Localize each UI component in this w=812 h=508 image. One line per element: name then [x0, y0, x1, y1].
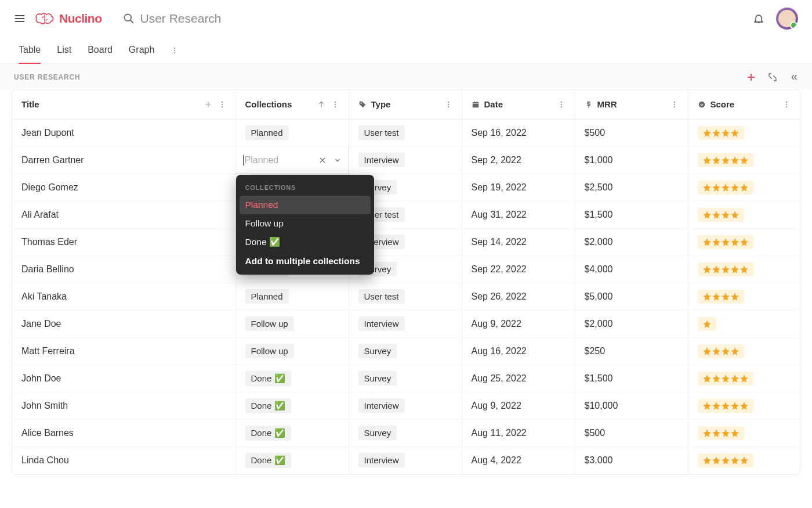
table-row[interactable]: Darren GartnerPlannedCOLLECTIONSPlannedF… — [12, 146, 800, 174]
table-row[interactable]: Matt FerreiraFollow upSurveyAug 16, 2022… — [12, 337, 800, 365]
table-row[interactable]: Linda ChouDone ✅InterviewAug 4, 2022$3,0… — [12, 446, 800, 474]
col-menu-icon[interactable] — [782, 100, 791, 109]
cell-title[interactable]: John Smith — [12, 392, 235, 419]
type-pill[interactable]: Interview — [358, 453, 405, 467]
bell-icon[interactable] — [753, 13, 764, 24]
chevron-down-icon[interactable] — [334, 156, 342, 164]
col-header-collections[interactable]: Collections — [235, 90, 349, 119]
col-menu-icon[interactable] — [444, 100, 452, 109]
col-menu-icon[interactable] — [218, 100, 226, 109]
type-pill[interactable]: Survey — [358, 371, 397, 385]
cell-title[interactable]: Darren Gartner — [12, 146, 235, 174]
cell-score[interactable] — [688, 392, 800, 419]
collapse-panel-icon[interactable] — [789, 73, 798, 82]
cell-type[interactable]: Interview — [349, 146, 462, 174]
cell-type[interactable]: Interview — [349, 310, 462, 337]
type-pill[interactable]: Interview — [358, 398, 405, 413]
cell-title[interactable]: Thomas Eder — [12, 228, 235, 255]
cell-date[interactable]: Aug 9, 2022 — [462, 310, 575, 337]
cell-title[interactable]: Diego Gomez — [12, 174, 235, 201]
cell-mrr[interactable]: $250 — [575, 337, 688, 365]
table-row[interactable]: John DoeDone ✅SurveyAug 25, 2022$1,500 — [12, 365, 800, 392]
logo[interactable]: Nuclino — [35, 12, 102, 26]
cell-type[interactable]: User test — [349, 283, 462, 310]
add-column-icon[interactable] — [204, 100, 212, 109]
cell-date[interactable]: Sep 2, 2022 — [462, 146, 575, 174]
cell-date[interactable]: Sep 16, 2022 — [462, 119, 575, 146]
cell-type[interactable]: Interview — [349, 446, 462, 474]
collection-pill[interactable]: Done ✅ — [245, 398, 291, 413]
cell-mrr[interactable]: $1,500 — [575, 201, 688, 228]
cell-title[interactable]: Linda Chou — [12, 446, 235, 474]
col-header-date[interactable]: Date — [462, 90, 575, 119]
cell-date[interactable]: Aug 4, 2022 — [462, 446, 575, 474]
cell-score[interactable] — [688, 119, 800, 146]
type-pill[interactable]: Survey — [358, 344, 397, 358]
cell-score[interactable] — [688, 446, 800, 474]
cell-collection[interactable]: Done ✅ — [235, 446, 349, 474]
cell-type[interactable]: Survey — [349, 419, 462, 446]
cell-collection[interactable]: Follow up — [235, 337, 349, 365]
cell-score[interactable] — [688, 255, 800, 283]
cell-score[interactable] — [688, 310, 800, 337]
cell-date[interactable]: Aug 31, 2022 — [462, 201, 575, 228]
cell-title[interactable]: John Doe — [12, 365, 235, 392]
collection-pill[interactable]: Done ✅ — [245, 453, 291, 468]
cell-mrr[interactable]: $2,000 — [575, 228, 688, 255]
cell-score[interactable] — [688, 228, 800, 255]
type-pill[interactable]: Survey — [358, 426, 397, 440]
table-row[interactable]: John SmithDone ✅InterviewAug 9, 2022$10,… — [12, 392, 800, 419]
collection-pill[interactable]: Planned — [245, 289, 289, 304]
editing-input[interactable]: Planned — [243, 155, 279, 165]
collection-pill[interactable]: Planned — [245, 125, 289, 140]
cell-score[interactable] — [688, 337, 800, 365]
cell-mrr[interactable]: $4,000 — [575, 255, 688, 283]
type-pill[interactable]: User test — [358, 125, 405, 140]
cell-date[interactable]: Sep 26, 2022 — [462, 283, 575, 310]
table-row[interactable]: Alice BarnesDone ✅SurveyAug 11, 2022$500 — [12, 419, 800, 446]
tab-table[interactable]: Table — [19, 37, 41, 64]
cell-score[interactable] — [688, 365, 800, 392]
cell-mrr[interactable]: $1,500 — [575, 365, 688, 392]
collection-pill[interactable]: Follow up — [245, 316, 294, 331]
cell-collection[interactable]: Planned — [235, 283, 349, 310]
menu-icon[interactable] — [14, 13, 26, 24]
cell-title[interactable]: Matt Ferreira — [12, 337, 235, 365]
col-menu-icon[interactable] — [557, 100, 566, 109]
dropdown-item-done[interactable]: Done ✅ — [240, 233, 371, 251]
collection-pill[interactable]: Done ✅ — [245, 426, 291, 441]
expand-icon[interactable] — [768, 73, 777, 82]
cell-score[interactable] — [688, 419, 800, 446]
cell-mrr[interactable]: $10,000 — [575, 392, 688, 419]
cell-type[interactable]: Interview — [349, 392, 462, 419]
cell-mrr[interactable]: $500 — [575, 119, 688, 146]
cell-date[interactable]: Sep 22, 2022 — [462, 255, 575, 283]
tab-graph[interactable]: Graph — [129, 37, 154, 64]
cell-type[interactable]: User test — [349, 119, 462, 146]
cell-mrr[interactable]: $2,500 — [575, 174, 688, 201]
cell-collection[interactable]: Done ✅ — [235, 419, 349, 446]
tabs-more-icon[interactable] — [171, 46, 179, 55]
cell-date[interactable]: Aug 25, 2022 — [462, 365, 575, 392]
cell-collection[interactable]: PlannedCOLLECTIONSPlannedFollow upDone ✅… — [235, 146, 349, 174]
col-header-mrr[interactable]: MRR — [575, 90, 688, 119]
table-row[interactable]: Diego GomezPlannedSurveySep 19, 2022$2,5… — [12, 174, 800, 201]
sort-asc-icon[interactable] — [317, 100, 325, 109]
col-header-title[interactable]: Title — [12, 90, 235, 119]
cell-collection[interactable]: Planned — [235, 119, 349, 146]
cell-type[interactable]: Survey — [349, 365, 462, 392]
cell-title[interactable]: Jean Dupont — [12, 119, 235, 146]
cell-title[interactable]: Aki Tanaka — [12, 283, 235, 310]
type-pill[interactable]: User test — [358, 289, 405, 304]
search-input[interactable] — [140, 12, 372, 26]
table-row[interactable]: Aki TanakaPlannedUser testSep 26, 2022$5… — [12, 283, 800, 310]
clear-icon[interactable] — [318, 156, 327, 164]
collection-pill[interactable]: Done ✅ — [245, 371, 291, 386]
col-menu-icon[interactable] — [670, 100, 679, 109]
cell-date[interactable]: Aug 11, 2022 — [462, 419, 575, 446]
dropdown-item-followup[interactable]: Follow up — [240, 214, 371, 233]
table-row[interactable]: Jean DupontPlannedUser testSep 16, 2022$… — [12, 119, 800, 146]
cell-date[interactable]: Aug 16, 2022 — [462, 337, 575, 365]
table-row[interactable]: Thomas EderPlannedInterviewSep 14, 2022$… — [12, 228, 800, 255]
cell-title[interactable]: Ali Arafat — [12, 201, 235, 228]
